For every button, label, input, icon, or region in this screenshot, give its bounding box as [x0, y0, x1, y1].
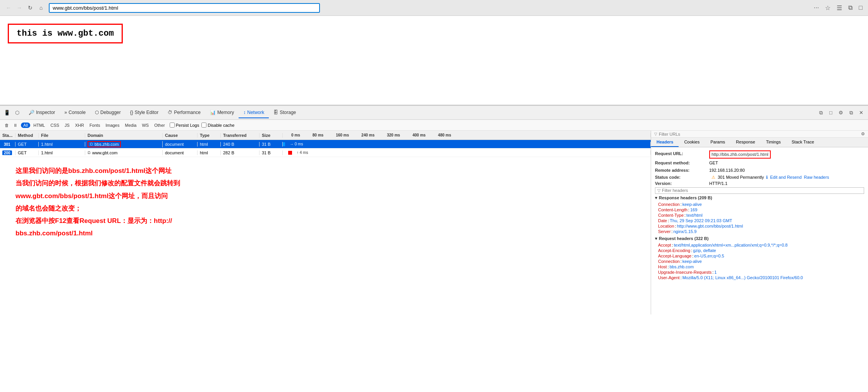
filter-images-button[interactable]: Images [103, 123, 122, 128]
console-icon: » [64, 110, 67, 115]
tab-params[interactable]: Params [705, 138, 730, 147]
reqh-accept-name: Accept [658, 243, 671, 247]
tab-stack-trace[interactable]: Stack Trace [786, 138, 820, 147]
row1-transferred: 240 B [221, 142, 260, 147]
status-info-icon[interactable]: ℹ [766, 175, 768, 180]
tab-performance[interactable]: ⏱ Performance [163, 107, 205, 118]
filter-xhr-button[interactable]: XHR [73, 123, 86, 128]
persist-logs-checkbox[interactable]: Persist Logs [170, 123, 199, 128]
request-url-row: Request URL: http://bbs.zhb.com/post/1.h… [655, 150, 864, 159]
headers-content: Request URL: http://bbs.zhb.com/post/1.h… [651, 147, 868, 285]
memory-icon: 📊 [210, 110, 216, 115]
reqh-host-name: Host [658, 264, 667, 269]
filter-urls-input[interactable] [659, 132, 859, 136]
devtools-panel: 📱 ⬡ 🔎 Inspector » Console ⬡ Debugger {} … [0, 105, 868, 314]
edit-resend-button[interactable]: Edit and Resend [770, 175, 801, 180]
row1-type: html [198, 142, 221, 147]
filter-media-button[interactable]: Media [122, 123, 139, 128]
clear-requests-icon[interactable]: 🗑 [3, 122, 10, 129]
filter-css-button[interactable]: CSS [48, 123, 62, 128]
reqh-accept-encoding-name: Accept-Encoding [658, 248, 690, 253]
split-icon[interactable]: ⧉ [847, 3, 854, 12]
col-type: Type [198, 133, 221, 138]
tab-memory[interactable]: 📊 Memory [205, 107, 239, 118]
address-bar[interactable] [49, 3, 320, 13]
persist-logs-input[interactable] [170, 123, 175, 128]
row2-size: 31 B [260, 150, 283, 155]
rh-connection-val: keep-alive [682, 202, 702, 207]
pick-element-icon[interactable]: ⬡ [13, 109, 21, 117]
tab-console[interactable]: » Console [60, 107, 90, 118]
filter-headers-input[interactable] [662, 188, 715, 193]
reqh-user-agent: User-Agent : Mozilla/5.0 (X11; Linux x86… [655, 275, 864, 280]
refresh-button[interactable]: ↻ [26, 3, 35, 12]
network-filter-icons: 🗑 ⏸ [3, 122, 19, 129]
filter-settings-icon[interactable]: ⚙ [861, 131, 865, 136]
status-badge-200: 200 [2, 150, 12, 155]
disable-cache-checkbox[interactable]: Disable cache [201, 123, 234, 128]
storage-label: Storage [280, 110, 296, 115]
filter-html-button[interactable]: HTML [31, 123, 47, 128]
tab-response[interactable]: Response [730, 138, 761, 147]
reqh-connection-val: keep-alive [682, 259, 702, 264]
back-button[interactable]: ← [4, 3, 13, 12]
pause-icon[interactable]: ⏸ [12, 122, 19, 129]
split-pane-icon[interactable]: ⧉ [847, 109, 855, 117]
table-row[interactable]: 301 GET 1.html 🗋 bbs.zhb.com document ht… [0, 140, 651, 149]
row2-timing: ↑ 4 ms [283, 150, 651, 155]
forward-button[interactable]: → [15, 3, 24, 12]
responsive-icon[interactable]: 📱 [3, 109, 11, 117]
request-headers-section: ▾ Request headers (322 B) Accept : text/… [655, 236, 864, 280]
more-icon[interactable]: ··· [812, 3, 820, 12]
row2-status: 200 [0, 150, 15, 155]
row2-method: GET [15, 150, 39, 155]
rh-content-type-name: Content-Type [658, 213, 684, 218]
menu-icon[interactable]: ☰ [835, 3, 844, 12]
tab-storage[interactable]: 🗄 Storage [269, 107, 301, 118]
rh-location-val: http://www.gbt.com/bbs/post/1.html [677, 224, 743, 228]
tab-inspector[interactable]: 🔎 Inspector [24, 107, 60, 118]
filter-js-button[interactable]: JS [62, 123, 72, 128]
raw-headers-button[interactable]: Raw headers [804, 175, 829, 180]
disable-cache-input[interactable] [201, 123, 206, 128]
filter-all-button[interactable]: All [21, 123, 30, 128]
row2-type: html [198, 150, 221, 155]
row1-size: 31 B [260, 142, 283, 147]
rh-content-length: Content-Length : 169 [655, 207, 864, 212]
filter-arrow-icon: ▽ [657, 188, 660, 193]
col-domain: Domain [85, 133, 163, 138]
performance-icon: ⏱ [168, 110, 172, 115]
reqh-user-agent-val: Mozilla/5.0 (X11; Linux x86_64...) Gecko… [682, 275, 803, 280]
table-row[interactable]: 200 GET 1.html 🗋 www.gbt.com document ht… [0, 149, 651, 157]
filter-ws-button[interactable]: WS [139, 123, 151, 128]
version-label: Version: [655, 181, 709, 186]
page-icon-200: 🗋 [88, 151, 91, 155]
tab-timings[interactable]: Timings [761, 138, 786, 147]
filter-other-button[interactable]: Other [152, 123, 167, 128]
version-row: Version: HTTP/1.1 [655, 181, 864, 186]
row1-timing: → 0 ms [283, 142, 651, 146]
persist-logs-label: Persist Logs [176, 123, 199, 128]
request-url-label: Request URL: [655, 150, 709, 159]
toolbar-right: ··· ☆ ☰ ⧉ □ [812, 3, 864, 12]
request-headers-arrow-icon: ▾ [655, 236, 657, 241]
home-button[interactable]: ⌂ [36, 3, 46, 12]
tab-network[interactable]: ↕ Network [239, 107, 269, 118]
tab-style-editor[interactable]: {} Style Editor [125, 107, 163, 118]
filter-fonts-button[interactable]: Fonts [87, 123, 103, 128]
bookmark-icon[interactable]: ☆ [823, 3, 832, 12]
tab-cookies[interactable]: Cookies [679, 138, 705, 147]
tab-debugger[interactable]: ⬡ Debugger [90, 107, 125, 118]
restore-icon[interactable]: □ [857, 3, 864, 12]
reqh-accept-encoding-val: gzip, deflate [693, 248, 716, 253]
row2-domain: 🗋 www.gbt.com [85, 150, 163, 155]
col-status: Sta... [0, 133, 15, 138]
tab-headers[interactable]: Headers [651, 138, 679, 147]
settings-icon[interactable]: ⚙ [837, 109, 845, 117]
dock-restore-icon[interactable]: □ [827, 109, 835, 117]
reqh-accept-language-name: Accept-Language [658, 254, 691, 258]
row1-method: GET [15, 142, 39, 147]
dock-split-icon[interactable]: ⧉ [817, 109, 825, 117]
close-devtools-icon[interactable]: ✕ [857, 109, 865, 117]
rh-content-type: Content-Type : text/html [655, 213, 864, 218]
